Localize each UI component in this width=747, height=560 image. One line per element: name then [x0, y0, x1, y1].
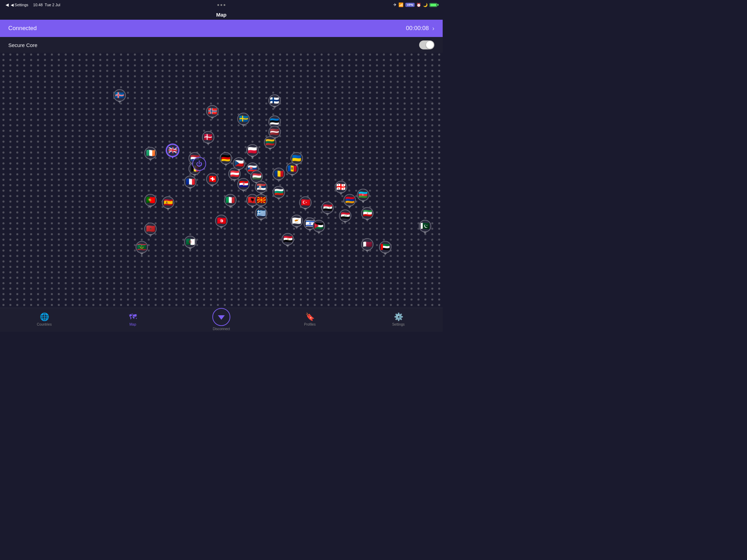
pin-qatar[interactable]: 🇶🇦 — [361, 238, 374, 253]
settings-icon: ⚙️ — [394, 312, 403, 321]
pin-iceland[interactable]: 🇮🇸 — [113, 89, 126, 104]
pin-north-macedonia[interactable]: 🇲🇰 — [255, 194, 267, 208]
pin-pakistan[interactable]: 🇵🇰 — [419, 220, 431, 234]
pin-italy[interactable]: 🇮🇹 — [224, 194, 237, 208]
pin-armenia[interactable]: 🇦🇲 — [343, 194, 356, 208]
profiles-icon: 🔖 — [305, 312, 315, 321]
power-icon: ⏻ — [196, 160, 202, 168]
pin-uae[interactable]: 🇦🇪 — [379, 241, 391, 255]
pin-poland[interactable]: 🇵🇱 — [246, 144, 259, 159]
tab-settings[interactable]: ⚙️ Settings — [354, 312, 443, 328]
pin-turkey[interactable]: 🇹🇷 — [299, 196, 312, 211]
pin-serbia[interactable]: 🇷🇸 — [255, 181, 267, 195]
pin-morocco[interactable]: 🇲🇦 — [144, 223, 157, 237]
pin-iran[interactable]: 🇮🇷 — [361, 207, 374, 222]
tab-settings-label: Settings — [392, 323, 405, 326]
connected-banner[interactable]: Connected 00:00:08 › — [0, 20, 443, 37]
status-date: Tue 2 Jul — [45, 3, 60, 7]
pin-norway[interactable]: 🇳🇴 — [206, 105, 219, 120]
power-pin[interactable]: ⏻ — [192, 157, 206, 171]
tab-profiles-label: Profiles — [304, 323, 315, 326]
pin-syria[interactable]: 🇸🇾 — [321, 202, 334, 216]
pin-sweden[interactable]: 🇸🇪 — [237, 113, 250, 127]
countries-icon: 🌐 — [40, 312, 49, 321]
tab-countries[interactable]: 🌐 Countries — [0, 312, 89, 328]
pin-denmark[interactable]: 🇩🇰 — [202, 131, 214, 146]
alarm-icon: ⏰ — [416, 3, 421, 7]
pin-france[interactable]: 🇫🇷 — [184, 176, 196, 190]
vpn-badge: VPN — [405, 3, 415, 7]
pin-ireland[interactable]: 🇮🇪 — [144, 147, 157, 161]
status-bar: ◀ ◀ Settings 10.48 Tue 2 Jul ✈ 📶 VPN ⏰ 🌙 — [0, 0, 443, 10]
status-dots — [218, 4, 225, 6]
pin-romania[interactable]: 🇷🇴 — [273, 168, 285, 182]
pin-portugal[interactable]: 🇵🇹 — [144, 194, 157, 208]
connected-right: 00:00:08 › — [406, 25, 434, 32]
secure-core-row: Secure Core — [0, 37, 443, 53]
pin-iraq[interactable]: 🇮🇶 — [339, 209, 351, 224]
pin-lithuania[interactable]: 🇱🇹 — [264, 136, 276, 151]
pin-tunisia[interactable]: 🇹🇳 — [215, 215, 228, 229]
pin-finland[interactable]: 🇫🇮 — [268, 94, 281, 109]
disconnect-button[interactable] — [212, 308, 230, 326]
tab-map[interactable]: 🗺 Map — [89, 312, 177, 328]
disconnect-icon — [218, 315, 225, 320]
status-right: ✈ 📶 VPN ⏰ 🌙 — [393, 2, 437, 7]
tab-disconnect-label: Disconnect — [213, 327, 230, 331]
pin-uk[interactable]: 🇬🇧 — [166, 144, 179, 159]
tab-bar: 🌐 Countries 🗺 Map Disconnect 🔖 Profiles … — [0, 308, 443, 332]
pin-algeria[interactable]: 🇩🇿 — [184, 236, 196, 250]
connected-timer: 00:00:08 — [406, 25, 429, 32]
pin-switzerland[interactable]: 🇨🇭 — [206, 173, 219, 187]
secure-core-label: Secure Core — [8, 42, 37, 48]
pin-croatia[interactable]: 🇭🇷 — [237, 178, 250, 193]
status-left: ◀ ◀ Settings 10.48 Tue 2 Jul — [6, 2, 60, 7]
pin-georgia[interactable]: 🇬🇪 — [335, 181, 347, 195]
pin-greece[interactable]: 🇬🇷 — [255, 207, 267, 222]
nav-title: Map — [0, 10, 443, 20]
tab-map-label: Map — [129, 323, 136, 326]
tab-profiles[interactable]: 🔖 Profiles — [266, 312, 354, 328]
pin-jordan[interactable]: 🇯🇴 — [313, 220, 325, 234]
tab-disconnect[interactable]: Disconnect — [177, 308, 266, 332]
back-arrow[interactable]: ◀ — [6, 2, 9, 7]
pin-mauritania[interactable]: 🇲🇷 — [136, 241, 148, 255]
connected-label: Connected — [8, 25, 37, 32]
pin-germany[interactable]: 🇩🇪 — [220, 152, 232, 167]
airplane-icon: ✈ — [393, 2, 397, 7]
status-time: 10.48 — [33, 3, 43, 7]
battery-indicator — [430, 3, 437, 7]
tab-countries-label: Countries — [37, 323, 52, 326]
pin-cyprus[interactable]: 🇨🇾 — [290, 215, 303, 229]
wifi-icon: 📶 — [398, 2, 404, 7]
pin-spain[interactable]: 🇪🇸 — [162, 196, 174, 211]
map-icon: 🗺 — [129, 312, 137, 321]
pin-czechia[interactable]: 🇨🇿 — [233, 157, 245, 172]
pin-egypt[interactable]: 🇪🇬 — [282, 233, 294, 248]
pin-azerbaijan[interactable]: 🇦🇿 — [357, 189, 369, 203]
moon-icon: 🌙 — [423, 3, 428, 7]
chevron-right-icon: › — [432, 25, 434, 32]
pin-bulgaria[interactable]: 🇧🇬 — [273, 186, 285, 200]
pin-ukraine[interactable]: 🇺🇦 — [290, 152, 303, 167]
secure-core-toggle[interactable] — [419, 40, 434, 49]
settings-label[interactable]: ◀ Settings — [11, 3, 28, 7]
map-area: 🇮🇸🇳🇴🇫🇮🇸🇪🇬🇧🇮🇪🇩🇰🇳🇱🇧🇪🇫🇷🇩🇪🇨🇭🇦🇹🇵🇹🇪🇸🇮🇹🇨🇿🇸🇰🇭🇺🇭🇷… — [0, 46, 443, 308]
